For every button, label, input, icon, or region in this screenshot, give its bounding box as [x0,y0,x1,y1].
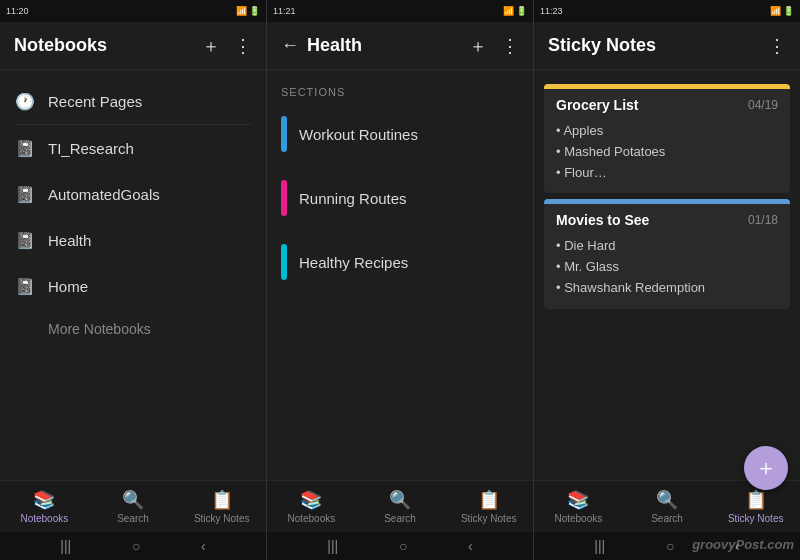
sticky-nav-icon: 📋 [211,489,233,511]
movies-title: Movies to See [556,212,649,228]
search-tab-btn[interactable]: 🔍 Search [89,485,178,528]
home-notebook-icon: 📓 [14,275,36,297]
notebooks-nav-label-3: Notebooks [554,513,602,524]
health-top-bar: ← Health ＋ ⋮ [267,22,533,70]
search-nav-icon-3: 🔍 [656,489,678,511]
health-more-button[interactable]: ⋮ [501,35,519,57]
back-btn-2[interactable]: ‹ [468,538,473,554]
grocery-header: Grocery List 04/19 [556,97,778,113]
running-routes-label: Running Routes [299,190,407,207]
notebooks-nav-icon: 📚 [33,489,55,511]
more-options-button[interactable]: ⋮ [234,35,252,57]
notebooks-nav-icon-2: 📚 [300,489,322,511]
recent-pages-item[interactable]: 🕐 Recent Pages [0,78,266,124]
health-title: Health [307,35,362,56]
android-nav-2: ||| ○ ‹ [267,532,533,560]
sticky-tab-btn-3[interactable]: 📋 Sticky Notes [711,485,800,528]
grocery-note-card[interactable]: Grocery List 04/19 Apples Mashed Potatoe… [544,84,790,193]
back-btn-1[interactable]: ‹ [201,538,206,554]
health-notebook-icon: 📓 [14,229,36,251]
sticky-tab-btn[interactable]: 📋 Sticky Notes [177,485,266,528]
healthy-recipes-label: Healthy Recipes [299,254,408,271]
home-btn-3[interactable]: ○ [666,538,674,554]
health-sections-list: SECTIONS Workout Routines Running Routes… [267,70,533,480]
android-nav-1: ||| ○ ‹ [0,532,266,560]
grocery-item-potatoes: Mashed Potatoes [556,142,778,163]
grocery-item-flour: Flour… [556,163,778,184]
sticky-nav-icon-2: 📋 [478,489,500,511]
menu-btn-2[interactable]: ||| [327,538,338,554]
status-bar-1: 11:20 📶🔋 [0,0,266,22]
notebooks-title: Notebooks [14,35,107,56]
notebooks-top-bar: Notebooks ＋ ⋮ [0,22,266,70]
grocery-item-apples: Apples [556,121,778,142]
notebooks-nav-label: Notebooks [20,513,68,524]
grocery-title: Grocery List [556,97,638,113]
healthy-recipes-item[interactable]: Healthy Recipes [267,230,533,294]
movies-item-shawshank: Shawshank Redemption [556,278,778,299]
sticky-tab-btn-2[interactable]: 📋 Sticky Notes [444,485,533,528]
notebooks-tab-btn[interactable]: 📚 Notebooks [0,485,89,528]
movies-body: Die Hard Mr. Glass Shawshank Redemption [556,236,778,298]
search-nav-label-3: Search [651,513,683,524]
clock-icon: 🕐 [14,90,36,112]
status-time-1: 11:20 [6,6,29,16]
add-section-button[interactable]: ＋ [469,34,487,58]
search-nav-label: Search [117,513,149,524]
status-bar-3: 11:23 📶🔋 [534,0,800,22]
automated-goals-notebook-icon: 📓 [14,183,36,205]
automated-goals-item[interactable]: 📓 AutomatedGoals [0,171,266,217]
sticky-nav-label: Sticky Notes [194,513,250,524]
sticky-nav-label-3: Sticky Notes [728,513,784,524]
search-tab-btn-2[interactable]: 🔍 Search [356,485,445,528]
sticky-title: Sticky Notes [548,35,656,56]
status-time-2: 11:21 [273,6,296,16]
status-bar-2: 11:21 📶🔋 [267,0,533,22]
sticky-nav-label-2: Sticky Notes [461,513,517,524]
notebooks-list: 🕐 Recent Pages 📓 TI_Research 📓 Automated… [0,70,266,480]
sticky-nav-icon-3: 📋 [745,489,767,511]
sticky-more-button[interactable]: ⋮ [768,35,786,57]
sections-label: SECTIONS [267,78,533,102]
home-btn-1[interactable]: ○ [132,538,140,554]
back-button[interactable]: ← [281,35,299,56]
movies-note-card[interactable]: Movies to See 01/18 Die Hard Mr. Glass S… [544,199,790,308]
movies-item-diehard: Die Hard [556,236,778,257]
movies-date: 01/18 [748,213,778,227]
home-item[interactable]: 📓 Home [0,263,266,309]
workout-color-bar [281,116,287,152]
more-notebooks-link[interactable]: More Notebooks [0,309,266,349]
notebooks-nav-label-2: Notebooks [287,513,335,524]
health-label: Health [48,232,91,249]
recent-pages-label: Recent Pages [48,93,142,110]
menu-btn-1[interactable]: ||| [60,538,71,554]
home-label: Home [48,278,88,295]
workout-routines-item[interactable]: Workout Routines [267,102,533,166]
notebooks-tab-btn-3[interactable]: 📚 Notebooks [534,485,623,528]
sticky-notes-screen: 11:23 📶🔋 Sticky Notes ⋮ Grocery List 04/… [534,0,800,560]
notebooks-tab-btn-2[interactable]: 📚 Notebooks [267,485,356,528]
search-tab-btn-3[interactable]: 🔍 Search [623,485,712,528]
status-icons-2: 📶🔋 [503,6,527,16]
running-routes-item[interactable]: Running Routes [267,166,533,230]
movies-header: Movies to See 01/18 [556,212,778,228]
health-bottom-nav: 📚 Notebooks 🔍 Search 📋 Sticky Notes [267,480,533,532]
grocery-date: 04/19 [748,98,778,112]
menu-btn-3[interactable]: ||| [594,538,605,554]
ti-research-label: TI_Research [48,140,134,157]
status-icons-1: 📶🔋 [236,6,260,16]
status-time-3: 11:23 [540,6,563,16]
search-nav-label-2: Search [384,513,416,524]
home-btn-2[interactable]: ○ [399,538,407,554]
notebooks-screen: 11:20 📶🔋 Notebooks ＋ ⋮ 🕐 Recent Pages 📓 … [0,0,267,560]
health-item[interactable]: 📓 Health [0,217,266,263]
automated-goals-label: AutomatedGoals [48,186,160,203]
notebooks-bottom-nav: 📚 Notebooks 🔍 Search 📋 Sticky Notes [0,480,266,532]
watermark: groovyPost.com [692,537,794,552]
health-screen: 11:21 📶🔋 ← Health ＋ ⋮ SECTIONS Workout R… [267,0,534,560]
ti-research-item[interactable]: 📓 TI_Research [0,125,266,171]
add-sticky-fab[interactable]: ＋ [744,446,788,490]
status-icons-3: 📶🔋 [770,6,794,16]
add-notebook-button[interactable]: ＋ [202,34,220,58]
search-nav-icon: 🔍 [122,489,144,511]
